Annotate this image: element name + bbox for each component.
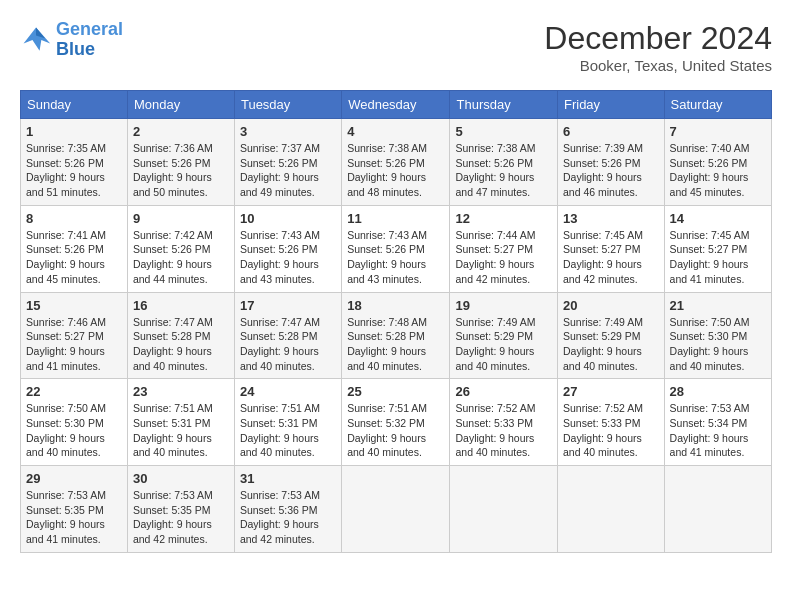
day-info: Sunrise: 7:53 AMSunset: 5:34 PMDaylight:… xyxy=(670,401,766,460)
day-number: 19 xyxy=(455,298,552,313)
day-number: 17 xyxy=(240,298,336,313)
calendar-cell: 26 Sunrise: 7:52 AMSunset: 5:33 PMDaylig… xyxy=(450,379,558,466)
title-block: December 2024 Booker, Texas, United Stat… xyxy=(544,20,772,74)
week-row-1: 1 Sunrise: 7:35 AMSunset: 5:26 PMDayligh… xyxy=(21,119,772,206)
day-info: Sunrise: 7:53 AMSunset: 5:36 PMDaylight:… xyxy=(240,488,336,547)
day-info: Sunrise: 7:35 AMSunset: 5:26 PMDaylight:… xyxy=(26,141,122,200)
day-number: 25 xyxy=(347,384,444,399)
weekday-monday: Monday xyxy=(127,91,234,119)
weekday-header-row: SundayMondayTuesdayWednesdayThursdayFrid… xyxy=(21,91,772,119)
day-info: Sunrise: 7:47 AMSunset: 5:28 PMDaylight:… xyxy=(133,315,229,374)
day-info: Sunrise: 7:51 AMSunset: 5:31 PMDaylight:… xyxy=(133,401,229,460)
calendar-cell: 27 Sunrise: 7:52 AMSunset: 5:33 PMDaylig… xyxy=(557,379,664,466)
day-info: Sunrise: 7:43 AMSunset: 5:26 PMDaylight:… xyxy=(347,228,444,287)
day-info: Sunrise: 7:43 AMSunset: 5:26 PMDaylight:… xyxy=(240,228,336,287)
weekday-saturday: Saturday xyxy=(664,91,771,119)
day-info: Sunrise: 7:51 AMSunset: 5:32 PMDaylight:… xyxy=(347,401,444,460)
weekday-thursday: Thursday xyxy=(450,91,558,119)
day-number: 6 xyxy=(563,124,659,139)
calendar-cell xyxy=(450,466,558,553)
weekday-wednesday: Wednesday xyxy=(342,91,450,119)
calendar-cell: 25 Sunrise: 7:51 AMSunset: 5:32 PMDaylig… xyxy=(342,379,450,466)
day-number: 29 xyxy=(26,471,122,486)
calendar-cell: 17 Sunrise: 7:47 AMSunset: 5:28 PMDaylig… xyxy=(234,292,341,379)
month-title: December 2024 xyxy=(544,20,772,57)
calendar-cell: 11 Sunrise: 7:43 AMSunset: 5:26 PMDaylig… xyxy=(342,205,450,292)
calendar-cell: 29 Sunrise: 7:53 AMSunset: 5:35 PMDaylig… xyxy=(21,466,128,553)
day-number: 1 xyxy=(26,124,122,139)
day-number: 15 xyxy=(26,298,122,313)
calendar-cell: 23 Sunrise: 7:51 AMSunset: 5:31 PMDaylig… xyxy=(127,379,234,466)
day-number: 28 xyxy=(670,384,766,399)
calendar-cell: 5 Sunrise: 7:38 AMSunset: 5:26 PMDayligh… xyxy=(450,119,558,206)
week-row-2: 8 Sunrise: 7:41 AMSunset: 5:26 PMDayligh… xyxy=(21,205,772,292)
week-row-3: 15 Sunrise: 7:46 AMSunset: 5:27 PMDaylig… xyxy=(21,292,772,379)
calendar-cell xyxy=(342,466,450,553)
logo-bird-icon xyxy=(20,24,52,56)
calendar-cell: 3 Sunrise: 7:37 AMSunset: 5:26 PMDayligh… xyxy=(234,119,341,206)
page-header: General Blue December 2024 Booker, Texas… xyxy=(20,20,772,74)
day-number: 18 xyxy=(347,298,444,313)
calendar-cell: 16 Sunrise: 7:47 AMSunset: 5:28 PMDaylig… xyxy=(127,292,234,379)
calendar-cell: 28 Sunrise: 7:53 AMSunset: 5:34 PMDaylig… xyxy=(664,379,771,466)
day-info: Sunrise: 7:53 AMSunset: 5:35 PMDaylight:… xyxy=(133,488,229,547)
calendar-cell: 1 Sunrise: 7:35 AMSunset: 5:26 PMDayligh… xyxy=(21,119,128,206)
day-number: 14 xyxy=(670,211,766,226)
day-info: Sunrise: 7:50 AMSunset: 5:30 PMDaylight:… xyxy=(26,401,122,460)
calendar-cell: 21 Sunrise: 7:50 AMSunset: 5:30 PMDaylig… xyxy=(664,292,771,379)
calendar-cell: 10 Sunrise: 7:43 AMSunset: 5:26 PMDaylig… xyxy=(234,205,341,292)
day-number: 26 xyxy=(455,384,552,399)
day-info: Sunrise: 7:42 AMSunset: 5:26 PMDaylight:… xyxy=(133,228,229,287)
day-number: 21 xyxy=(670,298,766,313)
day-info: Sunrise: 7:39 AMSunset: 5:26 PMDaylight:… xyxy=(563,141,659,200)
logo-text: General Blue xyxy=(56,20,123,60)
day-info: Sunrise: 7:40 AMSunset: 5:26 PMDaylight:… xyxy=(670,141,766,200)
day-info: Sunrise: 7:47 AMSunset: 5:28 PMDaylight:… xyxy=(240,315,336,374)
day-info: Sunrise: 7:46 AMSunset: 5:27 PMDaylight:… xyxy=(26,315,122,374)
weekday-sunday: Sunday xyxy=(21,91,128,119)
calendar-cell: 2 Sunrise: 7:36 AMSunset: 5:26 PMDayligh… xyxy=(127,119,234,206)
calendar-cell xyxy=(557,466,664,553)
day-info: Sunrise: 7:38 AMSunset: 5:26 PMDaylight:… xyxy=(455,141,552,200)
calendar-cell: 18 Sunrise: 7:48 AMSunset: 5:28 PMDaylig… xyxy=(342,292,450,379)
day-number: 24 xyxy=(240,384,336,399)
day-info: Sunrise: 7:49 AMSunset: 5:29 PMDaylight:… xyxy=(455,315,552,374)
calendar-cell: 15 Sunrise: 7:46 AMSunset: 5:27 PMDaylig… xyxy=(21,292,128,379)
calendar-cell: 20 Sunrise: 7:49 AMSunset: 5:29 PMDaylig… xyxy=(557,292,664,379)
calendar-cell: 12 Sunrise: 7:44 AMSunset: 5:27 PMDaylig… xyxy=(450,205,558,292)
calendar-cell: 31 Sunrise: 7:53 AMSunset: 5:36 PMDaylig… xyxy=(234,466,341,553)
day-number: 9 xyxy=(133,211,229,226)
day-number: 20 xyxy=(563,298,659,313)
weekday-friday: Friday xyxy=(557,91,664,119)
day-number: 5 xyxy=(455,124,552,139)
weekday-tuesday: Tuesday xyxy=(234,91,341,119)
day-number: 3 xyxy=(240,124,336,139)
day-info: Sunrise: 7:36 AMSunset: 5:26 PMDaylight:… xyxy=(133,141,229,200)
day-info: Sunrise: 7:53 AMSunset: 5:35 PMDaylight:… xyxy=(26,488,122,547)
calendar-cell: 19 Sunrise: 7:49 AMSunset: 5:29 PMDaylig… xyxy=(450,292,558,379)
logo: General Blue xyxy=(20,20,123,60)
day-number: 30 xyxy=(133,471,229,486)
week-row-5: 29 Sunrise: 7:53 AMSunset: 5:35 PMDaylig… xyxy=(21,466,772,553)
day-info: Sunrise: 7:48 AMSunset: 5:28 PMDaylight:… xyxy=(347,315,444,374)
calendar-table: SundayMondayTuesdayWednesdayThursdayFrid… xyxy=(20,90,772,553)
day-info: Sunrise: 7:51 AMSunset: 5:31 PMDaylight:… xyxy=(240,401,336,460)
calendar-cell: 13 Sunrise: 7:45 AMSunset: 5:27 PMDaylig… xyxy=(557,205,664,292)
calendar-cell: 8 Sunrise: 7:41 AMSunset: 5:26 PMDayligh… xyxy=(21,205,128,292)
calendar-body: 1 Sunrise: 7:35 AMSunset: 5:26 PMDayligh… xyxy=(21,119,772,553)
day-info: Sunrise: 7:37 AMSunset: 5:26 PMDaylight:… xyxy=(240,141,336,200)
day-number: 31 xyxy=(240,471,336,486)
calendar-cell: 6 Sunrise: 7:39 AMSunset: 5:26 PMDayligh… xyxy=(557,119,664,206)
day-number: 13 xyxy=(563,211,659,226)
day-info: Sunrise: 7:38 AMSunset: 5:26 PMDaylight:… xyxy=(347,141,444,200)
day-info: Sunrise: 7:52 AMSunset: 5:33 PMDaylight:… xyxy=(563,401,659,460)
week-row-4: 22 Sunrise: 7:50 AMSunset: 5:30 PMDaylig… xyxy=(21,379,772,466)
day-number: 4 xyxy=(347,124,444,139)
day-number: 2 xyxy=(133,124,229,139)
day-number: 8 xyxy=(26,211,122,226)
calendar-cell: 4 Sunrise: 7:38 AMSunset: 5:26 PMDayligh… xyxy=(342,119,450,206)
day-info: Sunrise: 7:49 AMSunset: 5:29 PMDaylight:… xyxy=(563,315,659,374)
day-info: Sunrise: 7:52 AMSunset: 5:33 PMDaylight:… xyxy=(455,401,552,460)
day-info: Sunrise: 7:41 AMSunset: 5:26 PMDaylight:… xyxy=(26,228,122,287)
location: Booker, Texas, United States xyxy=(544,57,772,74)
